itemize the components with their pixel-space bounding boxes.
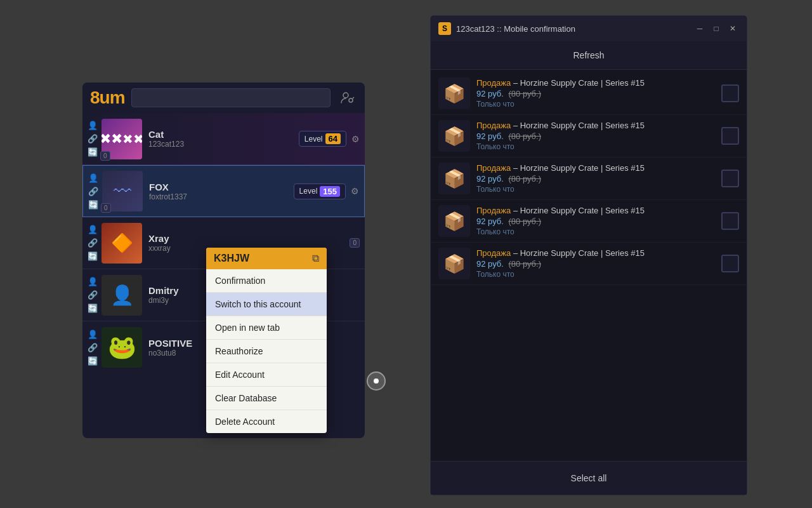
item-price-1: 92 руб. (80 руб.) bbox=[476, 89, 715, 98]
avatar-positive: 🐸 bbox=[102, 327, 142, 368]
item-price-val-4: 92 руб. bbox=[476, 217, 504, 226]
item-price-2: 92 руб. (80 руб.) bbox=[476, 131, 715, 141]
item-old-price-5: (80 руб.) bbox=[508, 259, 541, 269]
item-info-1: Продажа – Horzine Supply Crate | Series … bbox=[476, 78, 715, 109]
item-title-5: Продажа – Horzine Supply Crate | Series … bbox=[476, 248, 715, 258]
link-icon-cat[interactable]: 🔗 bbox=[88, 134, 98, 144]
item-prefix-5: Продажа bbox=[476, 248, 511, 258]
context-menu: K3HJW ⧉ Confirmation Switch to this acco… bbox=[206, 248, 327, 433]
cursor-dot bbox=[374, 378, 379, 384]
select-all-button[interactable]: Select all bbox=[558, 471, 620, 486]
link-icon-fox[interactable]: 🔗 bbox=[88, 187, 98, 196]
item-name-5: Horzine Supply Crate | Series #15 bbox=[520, 248, 645, 258]
item-checkbox-5[interactable] bbox=[721, 255, 739, 272]
right-titlebar: S 123cat123 :: Mobile confirmation ─ □ ✕ bbox=[431, 16, 747, 41]
level-label-fox: Level bbox=[299, 187, 318, 196]
trade-items-list[interactable]: 📦 Продажа – Horzine Supply Crate | Serie… bbox=[431, 70, 747, 461]
item-title-3: Продажа – Horzine Supply Crate | Series … bbox=[476, 163, 715, 173]
context-item-reauthorize[interactable]: Reauthorize bbox=[206, 340, 327, 363]
refresh-icon-fox[interactable]: 🔄 bbox=[88, 200, 98, 210]
user-icon-cat[interactable]: 👤 bbox=[88, 121, 98, 130]
level-label-cat: Level bbox=[304, 135, 323, 144]
account-username-cat: 123cat123 bbox=[148, 140, 299, 149]
row-icons-cat: 👤 🔗 🔄 bbox=[88, 121, 98, 157]
user-icon-fox[interactable]: 👤 bbox=[88, 173, 98, 183]
item-prefix-4: Продажа bbox=[476, 206, 511, 215]
mouse-cursor bbox=[367, 371, 386, 397]
right-panel: S 123cat123 :: Mobile confirmation ─ □ ✕… bbox=[430, 15, 747, 495]
item-price-3: 92 руб. (80 руб.) bbox=[476, 174, 715, 184]
item-icon-4: 📦 bbox=[438, 205, 470, 237]
item-checkbox-1[interactable] bbox=[721, 84, 739, 102]
item-old-price-2: (80 руб.) bbox=[508, 131, 541, 141]
account-info-fox: FOX foxtrot1337 bbox=[149, 182, 294, 201]
user-icon-positive[interactable]: 👤 bbox=[88, 330, 98, 339]
maximize-button[interactable]: □ bbox=[710, 22, 723, 35]
item-price-val-2: 92 руб. bbox=[476, 131, 504, 141]
item-sep-4: – bbox=[513, 206, 520, 215]
user-icon-dmitry[interactable]: 👤 bbox=[88, 277, 98, 286]
left-panel: 8um 👤 🔗 🔄 ✖✖ Cat 123cat123 Level 64 bbox=[82, 83, 365, 438]
search-input[interactable] bbox=[131, 88, 331, 107]
item-price-val-3: 92 руб. bbox=[476, 174, 504, 184]
item-checkbox-2[interactable] bbox=[721, 127, 739, 145]
left-header: 8um bbox=[82, 83, 365, 113]
cursor-circle bbox=[367, 371, 386, 391]
context-item-edit[interactable]: Edit Account bbox=[206, 363, 327, 387]
account-row-cat[interactable]: 👤 🔗 🔄 ✖✖ Cat 123cat123 Level 64 ⚙ 0 bbox=[82, 113, 365, 165]
item-time-4: Только что bbox=[476, 227, 715, 236]
item-checkbox-3[interactable] bbox=[721, 170, 739, 187]
context-menu-header: K3HJW ⧉ bbox=[206, 248, 327, 269]
svg-point-1 bbox=[349, 98, 353, 102]
link-icon-xray[interactable]: 🔗 bbox=[88, 238, 98, 248]
account-info-cat: Cat 123cat123 bbox=[148, 129, 299, 149]
context-item-delete[interactable]: Delete Account bbox=[206, 410, 327, 433]
user-icon-xray[interactable]: 👤 bbox=[88, 225, 98, 234]
account-row-fox[interactable]: 👤 🔗 🔄 〰 FOX foxtrot1337 Level 155 ⚙ 0 bbox=[82, 165, 365, 217]
row-icons-xray: 👤 🔗 🔄 bbox=[88, 225, 98, 261]
item-info-2: Продажа – Horzine Supply Crate | Series … bbox=[476, 121, 715, 151]
link-icon-positive[interactable]: 🔗 bbox=[88, 343, 98, 352]
item-icon-3: 📦 bbox=[438, 163, 470, 194]
item-old-price-1: (80 руб.) bbox=[508, 89, 541, 98]
item-time-3: Только что bbox=[476, 185, 715, 194]
refresh-icon-xray[interactable]: 🔄 bbox=[88, 251, 98, 261]
window-title: 123cat123 :: Mobile confirmation bbox=[456, 24, 688, 34]
svg-point-0 bbox=[343, 93, 348, 98]
item-price-val-5: 92 руб. bbox=[476, 259, 504, 269]
item-checkbox-4[interactable] bbox=[721, 212, 739, 230]
copy-key-button[interactable]: ⧉ bbox=[312, 253, 319, 264]
row-icons-fox: 👤 🔗 🔄 bbox=[88, 173, 98, 210]
avatar-dmitry: 👤 bbox=[102, 275, 142, 316]
context-item-new-tab[interactable]: Open in new tab bbox=[206, 316, 327, 340]
refresh-icon-positive[interactable]: 🔄 bbox=[88, 356, 98, 366]
item-sep-1: – bbox=[513, 78, 520, 88]
context-item-confirmation[interactable]: Confirmation bbox=[206, 269, 327, 293]
context-key: K3HJW bbox=[214, 253, 249, 264]
trade-item-2: 📦 Продажа – Horzine Supply Crate | Serie… bbox=[431, 115, 747, 157]
badge-cat: 0 bbox=[100, 151, 110, 161]
item-sep-5: – bbox=[513, 248, 520, 258]
link-icon-dmitry[interactable]: 🔗 bbox=[88, 290, 98, 300]
refresh-button[interactable]: Refresh bbox=[563, 48, 614, 63]
trade-item-4: 📦 Продажа – Horzine Supply Crate | Serie… bbox=[431, 200, 747, 243]
item-name-1: Horzine Supply Crate | Series #15 bbox=[520, 78, 645, 88]
item-old-price-3: (80 руб.) bbox=[508, 174, 541, 184]
item-title-4: Продажа – Horzine Supply Crate | Series … bbox=[476, 206, 715, 215]
item-title-1: Продажа – Horzine Supply Crate | Series … bbox=[476, 78, 715, 88]
profile-icon-button[interactable] bbox=[337, 88, 357, 108]
level-badge-fox: Level 155 bbox=[294, 184, 346, 199]
row-icons-positive: 👤 🔗 🔄 bbox=[88, 330, 98, 366]
minimize-button[interactable]: ─ bbox=[693, 22, 706, 35]
context-item-clear[interactable]: Clear Database bbox=[206, 387, 327, 410]
refresh-icon-dmitry[interactable]: 🔄 bbox=[88, 304, 98, 313]
item-price-5: 92 руб. (80 руб.) bbox=[476, 259, 715, 269]
refresh-icon-cat[interactable]: 🔄 bbox=[88, 147, 98, 157]
level-badge-cat: Level 64 bbox=[299, 131, 346, 147]
context-item-switch[interactable]: Switch to this account bbox=[206, 293, 327, 316]
item-icon-2: 📦 bbox=[438, 120, 470, 152]
item-prefix-1: Продажа bbox=[476, 78, 511, 88]
close-button[interactable]: ✕ bbox=[726, 22, 739, 35]
item-sep-2: – bbox=[513, 121, 520, 130]
item-name-2: Horzine Supply Crate | Series #15 bbox=[520, 121, 645, 130]
